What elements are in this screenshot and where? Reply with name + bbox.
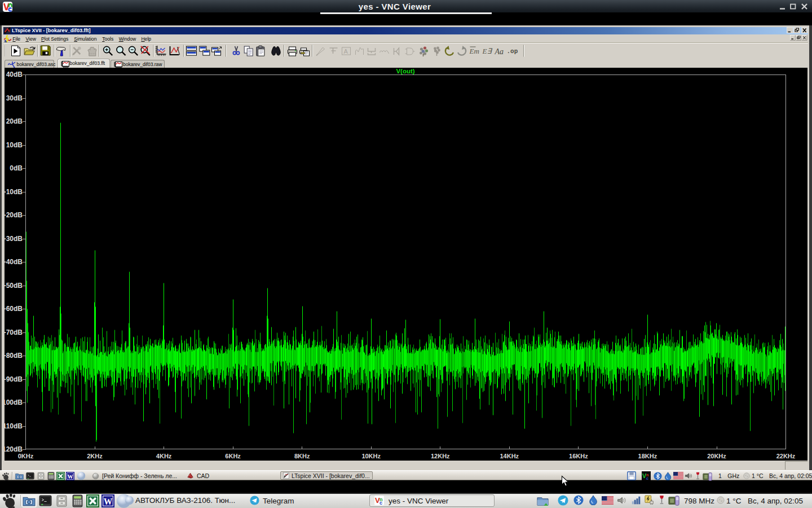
svg-text:14KHz: 14KHz — [500, 453, 519, 459]
svg-text:-80dB: -80dB — [5, 352, 23, 360]
svg-text:10dB: 10dB — [6, 141, 23, 148]
svg-text:c: c — [646, 476, 648, 480]
svg-text:40dB: 40dB — [6, 71, 23, 78]
svg-text:A: A — [343, 48, 348, 55]
svg-text:V(out): V(out) — [396, 68, 414, 75]
svg-text:2KHz: 2KHz — [87, 453, 103, 459]
svg-text:10KHz: 10KHz — [361, 453, 381, 459]
svg-text:-10dB: -10dB — [5, 187, 23, 195]
svg-text:22KHz: 22KHz — [776, 453, 796, 459]
svg-text:W: W — [67, 473, 73, 479]
svg-text:20KHz: 20KHz — [707, 453, 726, 459]
svg-text:4KHz: 4KHz — [156, 453, 172, 459]
svg-text:-100dB: -100dB — [5, 398, 23, 406]
svg-text:c: c — [379, 500, 382, 505]
svg-text:-50dB: -50dB — [5, 281, 23, 289]
svg-text:0dB: 0dB — [10, 164, 23, 172]
svg-text:-60dB: -60dB — [5, 305, 23, 313]
svg-text:20dB: 20dB — [6, 117, 23, 125]
svg-text:18KHz: 18KHz — [638, 453, 657, 459]
svg-text:-40dB: -40dB — [5, 258, 23, 266]
svg-text:8KHz: 8KHz — [294, 453, 310, 459]
svg-text:Aa: Aa — [494, 47, 504, 56]
svg-text:.op: .op — [506, 48, 518, 55]
svg-text:E∃: E∃ — [482, 47, 492, 55]
svg-text:16KHz: 16KHz — [569, 453, 588, 459]
svg-text:W: W — [104, 497, 113, 506]
svg-text:-30dB: -30dB — [5, 234, 23, 242]
svg-text:-70dB: -70dB — [5, 328, 23, 336]
svg-text:0KHz: 0KHz — [18, 453, 34, 459]
svg-text:-20dB: -20dB — [5, 211, 23, 219]
svg-text:-110dB: -110dB — [5, 422, 23, 430]
svg-text:30dB: 30dB — [6, 94, 23, 102]
svg-text:6KHz: 6KHz — [225, 453, 241, 459]
svg-text:Em: Em — [469, 47, 479, 55]
svg-text:-90dB: -90dB — [5, 375, 23, 383]
svg-text:12KHz: 12KHz — [431, 453, 450, 459]
